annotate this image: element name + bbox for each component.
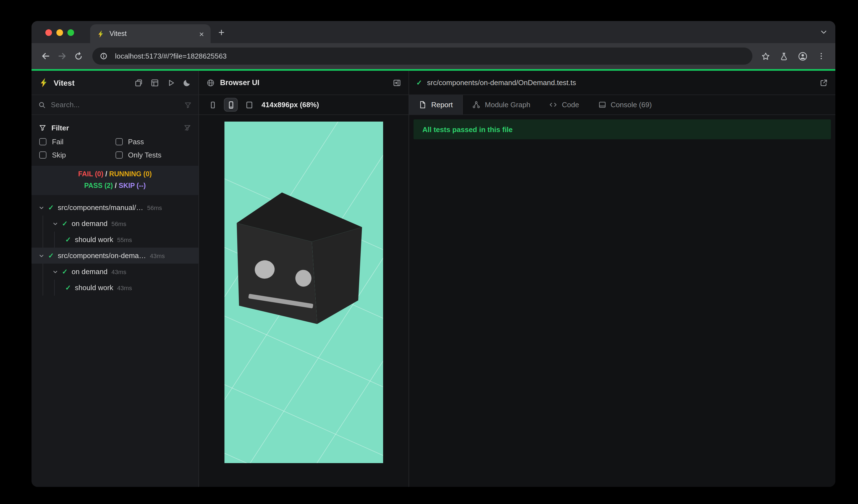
device-phone-small-button[interactable] [206,98,220,112]
screen: Vitest × + localhost:5173/# [0,0,858,504]
tree-suite-row[interactable]: ✓ on demand 43ms [43,264,198,280]
back-button[interactable] [37,48,54,64]
tab-module-graph[interactable]: Module Graph [463,95,540,114]
all-tests-passed-banner: All tests passed in this file [414,119,831,139]
search-row [32,95,198,115]
reload-button[interactable] [70,48,87,64]
pass-check-icon: ✓ [416,79,422,87]
checkbox-pass[interactable] [115,138,123,145]
pass-count: PASS (2) [84,182,113,190]
test-file-name: src/components/manual/… [58,204,143,212]
test-tree: ✓ src/components/manual/… 56ms ✓ on dema… [32,195,198,296]
dashboard-windows-icon[interactable] [134,78,143,87]
tab-code[interactable]: Code [540,95,588,114]
minimize-window-button[interactable] [57,29,63,36]
pass-check-icon: ✓ [65,283,71,292]
filter-title: Filter [51,124,69,132]
device-toolbar: 414x896px (68%) [199,95,409,115]
filter-section: Filter Fail Pass Skip Only Tests [32,115,198,166]
zoom-window-button[interactable] [67,29,74,36]
filter-option-fail[interactable]: Fail [39,137,115,146]
test-file-name: src/components/on-dema… [58,251,146,260]
filter-option-skip[interactable]: Skip [39,151,115,159]
test-suite-name: on demand [72,220,108,228]
tree-test-row[interactable]: ✓ should work 55ms [55,231,198,248]
globe-icon [206,78,215,87]
filter-label: Fail [52,137,64,146]
tab-label: Module Graph [485,101,530,109]
checkbox-skip[interactable] [39,151,46,159]
report-panel: ✓ src/components/on-demand/OnDemand.test… [409,71,835,487]
search-filter-icon[interactable] [184,101,192,109]
code-icon [549,101,558,109]
report-file-path: src/components/on-demand/OnDemand.test.t… [427,79,576,87]
app-name: Vitest [54,78,75,87]
tree-group: ✓ should work 43ms [54,280,198,296]
bookmark-star-icon[interactable] [761,52,770,61]
filter-label: Skip [52,151,66,159]
toolbar-actions [761,51,825,61]
experiments-flask-icon[interactable] [779,52,788,61]
pass-check-icon: ✓ [65,235,71,244]
test-viewport-iframe[interactable] [224,121,383,463]
pass-check-icon: ✓ [62,267,68,276]
tree-test-row[interactable]: ✓ should work 43ms [55,280,198,296]
chevron-down-icon[interactable] [52,269,58,274]
address-bar[interactable]: localhost:5173/#/?file=1828625563 [92,48,752,65]
skip-count: SKIP (--) [118,182,146,190]
pass-check-icon: ✓ [62,220,68,228]
tree-group: ✓ on demand 43ms ✓ should work 43ms [43,264,198,296]
preview-title: Browser UI [220,79,259,87]
tab-label: Console (69) [610,101,652,109]
dark-mode-moon-icon[interactable] [182,78,191,87]
url-text: localhost:5173/#/?file=1828625563 [115,52,227,60]
tree-file-row[interactable]: ✓ src/components/manual/… 56ms [32,199,198,215]
filter-option-only-tests[interactable]: Only Tests [115,151,191,159]
device-tablet-button[interactable] [242,98,256,112]
viewport-size-label: 414x896px (68%) [261,101,319,109]
test-duration: 56ms [111,220,126,227]
browser-tab-vitest[interactable]: Vitest × [90,24,211,43]
preview-header: Browser UI [199,71,409,95]
vitest-favicon-icon [97,30,105,38]
test-duration: 43ms [111,268,126,275]
profile-avatar-icon[interactable] [798,51,808,61]
filter-label: Pass [128,137,144,146]
grid-view-icon[interactable] [150,78,159,87]
filter-funnel-icon [39,124,46,131]
test-suite-name: on demand [72,267,108,276]
close-window-button[interactable] [45,29,52,36]
menu-kebab-icon[interactable] [817,52,825,60]
browser-toolbar: localhost:5173/#/?file=1828625563 [32,43,835,69]
clear-filter-icon[interactable] [184,124,191,131]
browser-preview-panel: Browser UI [199,71,409,487]
test-duration: 55ms [117,236,132,243]
forward-button[interactable] [54,48,70,64]
tree-file-row-selected[interactable]: ✓ src/components/on-dema… 43ms [32,248,198,264]
tab-report[interactable]: Report [409,95,463,114]
vitest-ui: Vitest [32,71,835,487]
fail-count: FAIL (0) [78,170,104,178]
chevron-down-icon[interactable] [52,221,58,226]
sidebar-header: Vitest [32,71,198,95]
open-panel-right-icon[interactable] [393,78,401,87]
tab-title: Vitest [109,30,195,37]
filter-option-pass[interactable]: Pass [115,137,191,146]
console-icon [598,101,606,109]
open-external-icon[interactable] [819,78,828,87]
checkbox-only-tests[interactable] [115,151,123,159]
device-phone-portrait-button-selected[interactable] [224,98,238,112]
status-line-1: FAIL (0) / RUNNING (0) [32,168,198,180]
checkbox-fail[interactable] [39,138,46,145]
tab-close-icon[interactable]: × [199,30,204,38]
tab-search-chevron-icon[interactable] [820,28,828,36]
search-input[interactable] [51,101,184,109]
site-info-icon[interactable] [97,49,110,63]
run-all-play-icon[interactable] [166,78,175,87]
tab-console[interactable]: Console (69) [588,95,661,114]
chevron-down-icon[interactable] [39,205,44,210]
tree-suite-row[interactable]: ✓ on demand 56ms [43,215,198,231]
chevron-down-icon[interactable] [39,253,44,258]
new-tab-button[interactable]: + [218,27,224,37]
test-name: should work [75,283,113,292]
